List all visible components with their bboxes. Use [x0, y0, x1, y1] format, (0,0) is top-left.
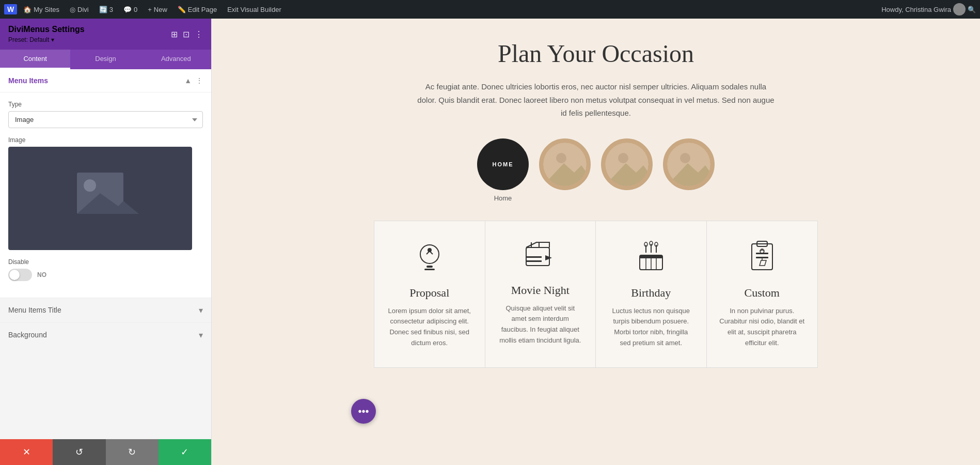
- image-label: Image: [8, 136, 203, 144]
- panel-content: Menu Items ▲ ⋮ Type Image: [0, 69, 211, 439]
- card-desc-movie: Quisque aliquet velit sit amet sem inter…: [498, 303, 583, 346]
- edit-icon: ✏️: [178, 6, 186, 13]
- menu-items-section: Menu Items ▲ ⋮ Type Image: [0, 69, 211, 298]
- circle-home-text: HOME: [493, 161, 514, 167]
- admin-bar-new[interactable]: + New: [144, 0, 171, 19]
- panel-grid-icon[interactable]: ⊡: [183, 29, 189, 39]
- save-button[interactable]: ✓: [159, 439, 211, 465]
- circle-item-3: [663, 138, 715, 202]
- chevron-down-icon-3[interactable]: ▾: [199, 330, 203, 340]
- admin-bar-exit-builder[interactable]: Exit Visual Builder: [223, 0, 286, 19]
- svg-point-14: [428, 248, 432, 252]
- home-icon: 🏠: [23, 6, 31, 13]
- admin-bar-my-sites[interactable]: 🏠 My Sites: [19, 0, 64, 19]
- admin-bar: W 🏠 My Sites ◎ Divi 🔄 3 💬 0 + New ✏️ Edi…: [0, 0, 980, 19]
- custom-icon: [719, 240, 805, 278]
- type-field-group: Type Image: [8, 101, 203, 128]
- svg-rect-4: [61, 216, 139, 229]
- image-placeholder-svg: [61, 167, 139, 229]
- card-desc-proposal: Lorem ipsum dolor sit amet, consectetur …: [387, 306, 472, 349]
- menu-circles: HOME Home: [374, 138, 818, 202]
- floating-action-button[interactable]: •••: [351, 399, 376, 424]
- menu-items-title: Menu Items: [8, 76, 48, 85]
- background-label: Background: [8, 331, 47, 339]
- divi-icon: ◎: [70, 6, 75, 13]
- bottom-toolbar: ✕ ↺ ↻ ✓: [0, 439, 211, 465]
- card-desc-birthday: Luctus lectus non quisque turpis bibendu…: [608, 306, 694, 349]
- menu-items-title-section[interactable]: Menu Items Title ▾: [0, 298, 211, 322]
- svg-marker-38: [760, 260, 766, 266]
- panel-menu-icon[interactable]: ⋮: [195, 29, 203, 39]
- svg-marker-20: [545, 255, 552, 260]
- admin-bar-comments[interactable]: 🔄 3: [95, 0, 117, 19]
- tab-design[interactable]: Design: [70, 50, 140, 69]
- card-desc-custom: In non pulvinar purus. Curabitur nisi od…: [719, 306, 805, 349]
- cards-grid: Proposal Lorem ipsum dolor sit amet, con…: [374, 221, 818, 368]
- plus-icon: +: [148, 6, 152, 13]
- menu-items-body: Type Image Image: [0, 92, 211, 298]
- chevron-down-icon-2[interactable]: ▾: [199, 305, 203, 315]
- tab-content[interactable]: Content: [0, 50, 70, 69]
- undo-button[interactable]: ↺: [53, 439, 105, 465]
- panel-title: DiviMenus Settings: [8, 25, 85, 34]
- circle-image-2[interactable]: [601, 138, 653, 190]
- content-area: Plan Your Occasion Ac feugiat ante. Done…: [212, 19, 980, 465]
- svg-rect-27: [640, 255, 662, 258]
- disable-label: Disable: [8, 258, 203, 266]
- proposal-icon: [387, 240, 472, 278]
- disable-value: NO: [37, 271, 46, 278]
- card-title-movie: Movie Night: [498, 284, 583, 297]
- circle-placeholder-3: [667, 143, 710, 186]
- wp-logo[interactable]: W: [4, 4, 17, 14]
- svg-rect-15: [426, 266, 433, 268]
- admin-bar-chat[interactable]: 💬 0: [119, 0, 141, 19]
- image-field-group: Image: [8, 136, 203, 250]
- card-custom: Custom In non pulvinar purus. Curabitur …: [707, 221, 818, 367]
- type-select[interactable]: Image: [8, 111, 203, 128]
- dots-icon: •••: [358, 406, 369, 417]
- circle-image-3[interactable]: [663, 138, 715, 190]
- circle-placeholder-1: [543, 143, 587, 186]
- disable-toggle[interactable]: [8, 269, 32, 281]
- circle-home[interactable]: HOME: [477, 138, 529, 190]
- card-proposal: Proposal Lorem ipsum dolor sit amet, con…: [374, 221, 485, 367]
- disable-field-group: Disable NO: [8, 258, 203, 281]
- card-title-proposal: Proposal: [387, 286, 472, 300]
- panel-header: DiviMenus Settings Preset: Default ▾ ⊞ ⊡…: [0, 19, 211, 50]
- birthday-icon: [608, 240, 694, 278]
- settings-panel: DiviMenus Settings Preset: Default ▾ ⊞ ⊡…: [0, 19, 212, 465]
- search-icon[interactable]: 🔍: [968, 6, 976, 13]
- refresh-icon: 🔄: [99, 6, 107, 13]
- card-birthday: Birthday Luctus lectus non quisque turpi…: [596, 221, 707, 367]
- type-label: Type: [8, 101, 203, 108]
- toggle-row: NO: [8, 269, 203, 281]
- svg-point-2: [84, 179, 96, 192]
- card-title-custom: Custom: [719, 286, 805, 300]
- panel-preset[interactable]: Preset: Default ▾: [8, 36, 85, 43]
- chevron-down-icon: ▾: [51, 36, 54, 43]
- tabs-bar: Content Design Advanced: [0, 50, 211, 69]
- chevron-up-icon[interactable]: ▲: [184, 76, 192, 85]
- cancel-button[interactable]: ✕: [0, 439, 53, 465]
- admin-bar-divi[interactable]: ◎ Divi: [66, 0, 93, 19]
- tab-advanced[interactable]: Advanced: [141, 50, 211, 69]
- section-menu-icon[interactable]: ⋮: [196, 76, 203, 85]
- card-movie-night: Movie Night Quisque aliquet velit sit am…: [485, 221, 596, 367]
- circle-item-1: [539, 138, 591, 202]
- circle-home-label: Home: [494, 194, 512, 202]
- redo-button[interactable]: ↻: [106, 439, 159, 465]
- page-title: Plan Your Occasion: [374, 39, 818, 68]
- menu-items-title-label: Menu Items Title: [8, 306, 61, 314]
- svg-point-12: [680, 153, 690, 163]
- menu-items-header[interactable]: Menu Items ▲ ⋮: [0, 69, 211, 92]
- svg-rect-22: [526, 260, 542, 262]
- background-section[interactable]: Background ▾: [0, 322, 211, 347]
- circle-image-1[interactable]: [539, 138, 591, 190]
- image-upload-area[interactable]: [8, 147, 192, 250]
- card-title-birthday: Birthday: [608, 286, 694, 300]
- page-description: Ac feugiat ante. Donec ultricies loborti…: [415, 80, 777, 120]
- svg-point-6: [556, 153, 566, 163]
- circle-item-home: HOME Home: [477, 138, 529, 202]
- admin-bar-edit-page[interactable]: ✏️ Edit Page: [173, 0, 221, 19]
- panel-expand-icon[interactable]: ⊞: [171, 29, 178, 39]
